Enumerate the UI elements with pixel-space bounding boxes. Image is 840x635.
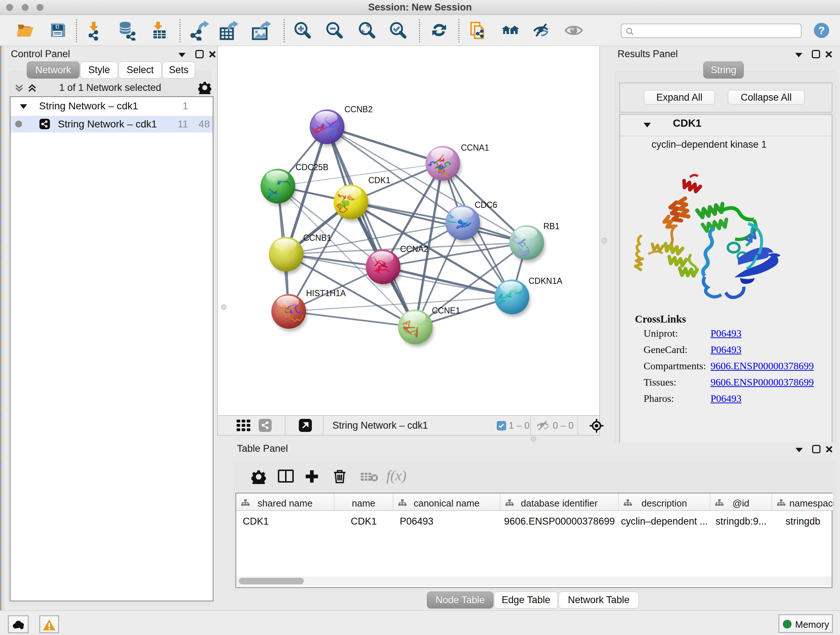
svg-text:CDKN1A: CDKN1A [529, 276, 562, 286]
svg-text:CDC6: CDC6 [475, 200, 497, 210]
svg-text:CDK1: CDK1 [368, 176, 390, 185]
svg-text:CCNE1: CCNE1 [432, 306, 460, 315]
svg-text:CDC25B: CDC25B [295, 163, 328, 172]
svg-text:HIST1H1A: HIST1H1A [306, 288, 346, 298]
svg-text:CCNA1: CCNA1 [461, 143, 489, 152]
svg-text:CCNA2: CCNA2 [400, 244, 428, 254]
svg-text:RB1: RB1 [543, 222, 560, 231]
svg-text:?: ? [818, 24, 825, 36]
svg-text:CCNB1: CCNB1 [303, 233, 332, 242]
svg-text:CCNB2: CCNB2 [344, 105, 373, 114]
